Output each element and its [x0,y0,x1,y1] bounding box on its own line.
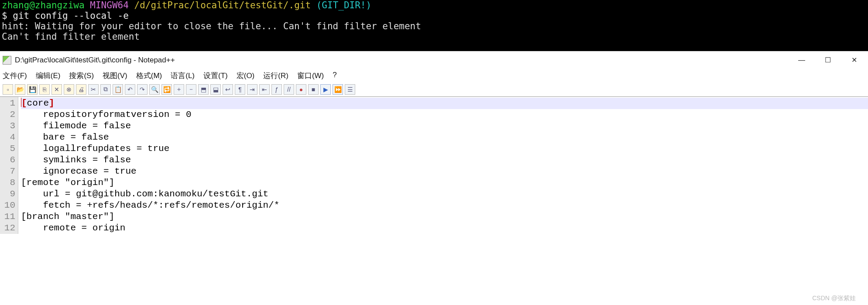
record-icon[interactable]: ● [296,84,306,95]
outdent-icon[interactable]: ⇤ [259,84,270,95]
close-button[interactable]: ✕ [841,51,867,69]
minimize-button[interactable]: — [789,51,815,69]
play-icon[interactable]: ▶ [320,84,331,95]
terminal-command: $ git config --local -e [2,10,866,21]
undo-icon[interactable]: ↶ [125,84,135,95]
show-all-icon[interactable]: ¶ [235,84,245,95]
redo-icon[interactable]: ↷ [137,84,148,95]
line-number: 9 [0,188,15,200]
toolbar: ▫📂💾⎘✕⊗🖨✂⧉📋↶↷🔍🔁＋－⬒⬓↩¶⇥⇤ƒ//●■▶⏩☰ [0,83,868,96]
menu-help[interactable]: ? [333,71,336,81]
code-line[interactable]: [core] [21,98,868,109]
editor[interactable]: 123456789101112 [core] repositoryformatv… [0,96,868,234]
terminal-prompt-line: zhang@zhangziwa MINGW64 /d/gitPrac/local… [2,0,866,10]
zoom-out-icon[interactable]: － [186,84,196,95]
paste-icon[interactable]: 📋 [113,84,123,95]
sync-h-icon[interactable]: ⬓ [210,84,221,95]
line-number: 4 [0,132,15,143]
menu-edit[interactable]: 编辑(E) [36,71,61,81]
code-area[interactable]: [core] repositoryformatversion = 0 filem… [18,97,868,234]
code-line[interactable]: filemode = false [21,120,868,132]
code-line[interactable]: repositoryformatversion = 0 [21,109,868,120]
prompt-path: /d/gitPrac/localGit/testGit/.git [134,0,311,10]
playlist-icon[interactable]: ☰ [345,84,355,95]
playfast-icon[interactable]: ⏩ [333,84,343,95]
titlebar[interactable]: D:\gitPrac\localGit\testGit\.git\config … [0,51,868,69]
print-icon[interactable]: 🖨 [76,84,86,95]
indent-icon[interactable]: ⇥ [247,84,257,95]
new-file-icon[interactable]: ▫ [3,84,13,95]
copy-icon[interactable]: ⧉ [100,84,111,95]
close-icon[interactable]: ✕ [51,84,62,95]
line-number: 10 [0,200,15,211]
menu-settings[interactable]: 设置(T) [203,71,228,81]
terminal-hint-2: Can't find filter element [2,31,866,42]
menu-view[interactable]: 视图(V) [103,71,127,81]
line-number: 6 [0,154,15,166]
line-number: 12 [0,223,15,234]
code-line[interactable]: ignorecase = true [21,166,868,177]
cut-icon[interactable]: ✂ [88,84,99,95]
prompt-host: MINGW64 [90,0,129,10]
code-line[interactable]: fetch = +refs/heads/*:refs/remotes/origi… [21,200,868,211]
prompt-branch: (GIT_DIR!) [316,0,371,10]
line-number: 5 [0,143,15,154]
save-icon[interactable]: 💾 [27,84,38,95]
fx-icon[interactable]: ƒ [271,84,282,95]
menu-window[interactable]: 窗口(W) [297,71,324,81]
sync-v-icon[interactable]: ⬒ [198,84,209,95]
app-icon [3,56,11,65]
menu-search[interactable]: 搜索(S) [69,71,94,81]
zoom-in-icon[interactable]: ＋ [174,84,184,95]
stop-icon[interactable]: ■ [308,84,319,95]
prompt-user: zhang@zhangziwa [2,0,85,10]
line-number: 3 [0,120,15,132]
code-line[interactable]: [remote "origin"] [21,177,868,188]
comment-icon[interactable]: // [284,84,294,95]
line-number: 7 [0,166,15,177]
code-line[interactable]: bare = false [21,132,868,143]
menubar: 文件(F) 编辑(E) 搜索(S) 视图(V) 格式(M) 语言(L) 设置(T… [0,69,868,83]
line-number: 11 [0,211,15,223]
save-all-icon[interactable]: ⎘ [39,84,50,95]
line-number: 1 [0,98,15,109]
notepadpp-window: D:\gitPrac\localGit\testGit\.git\config … [0,51,868,234]
line-number: 2 [0,109,15,120]
menu-format[interactable]: 格式(M) [136,71,162,81]
line-number: 8 [0,177,15,188]
menu-file[interactable]: 文件(F) [3,71,27,81]
code-line[interactable]: url = git@github.com:kanomoku/testGit.gi… [21,188,868,200]
open-icon[interactable]: 📂 [15,84,25,95]
close-all-icon[interactable]: ⊗ [64,84,74,95]
maximize-button[interactable]: ☐ [815,51,841,69]
gutter: 123456789101112 [0,97,18,234]
replace-icon[interactable]: 🔁 [161,84,172,95]
terminal[interactable]: zhang@zhangziwa MINGW64 /d/gitPrac/local… [0,0,868,51]
wrap-icon[interactable]: ↩ [223,84,233,95]
code-line[interactable]: [branch "master"] [21,211,868,223]
menu-run[interactable]: 运行(R) [263,71,288,81]
menu-macro[interactable]: 宏(O) [237,71,255,81]
terminal-hint-1: hint: Waiting for your editor to close t… [2,21,866,31]
menu-lang[interactable]: 语言(L) [171,71,195,81]
code-line[interactable]: logallrefupdates = true [21,143,868,154]
find-icon[interactable]: 🔍 [149,84,160,95]
window-title: D:\gitPrac\localGit\testGit\.git\config … [15,56,175,65]
code-line[interactable]: remote = origin [21,223,868,234]
code-line[interactable]: symlinks = false [21,154,868,166]
